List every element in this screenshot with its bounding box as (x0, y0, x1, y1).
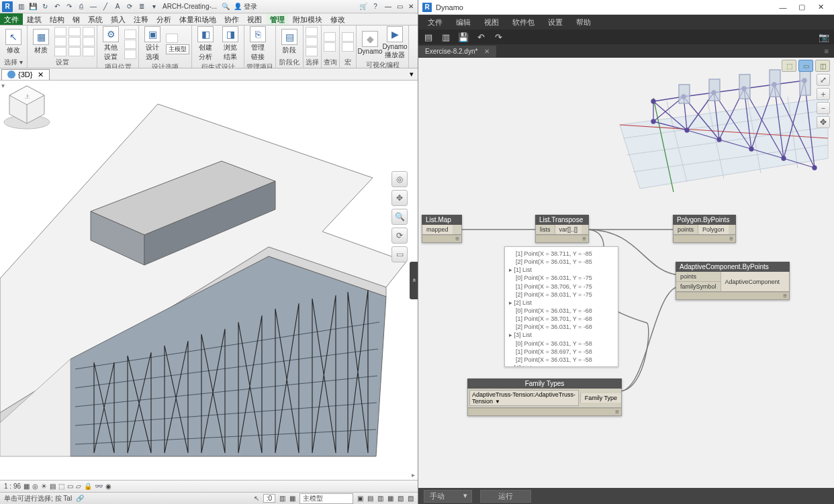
settings-sm-7[interactable] (83, 27, 95, 36)
do-sm-1[interactable] (166, 34, 178, 43)
settings-sm-2[interactable] (54, 37, 66, 46)
sb-ico-3[interactable]: ▥ (377, 495, 383, 502)
settings-sm-5[interactable] (68, 37, 81, 46)
graph-view-icon[interactable]: ▭ (798, 60, 813, 72)
steering-wheel-icon[interactable]: ◎ (391, 171, 408, 187)
tab-annotate[interactable]: 注释 (130, 13, 152, 25)
pan-icon[interactable]: ✥ (391, 190, 408, 206)
dynamo-close-button[interactable]: ✕ (811, 3, 830, 11)
port-polygon[interactable]: Polygon (698, 225, 729, 234)
phases-button[interactable]: ▤阶段 (278, 29, 301, 55)
open-icon[interactable]: ▥ (15, 1, 26, 12)
browse-results-button[interactable]: ◨浏览 结果 (219, 26, 242, 62)
login-label[interactable]: 登录 (244, 2, 257, 11)
vp-menu-icon[interactable]: ▾ (1, 82, 5, 89)
dynamo-button[interactable]: ◆Dynamo (359, 31, 381, 55)
save-icon[interactable]: 💾 (28, 1, 38, 12)
tab-arch[interactable]: 建筑 (23, 13, 46, 25)
sun-icon[interactable]: ☀ (41, 483, 47, 490)
sb-ico-1[interactable]: ▣ (357, 495, 363, 502)
measure-icon[interactable]: — (88, 1, 99, 12)
tab-insert[interactable]: 插入 (107, 13, 130, 25)
other-settings-button[interactable]: ⚙其他 设置 (99, 26, 122, 62)
port-lists[interactable]: lists (536, 225, 555, 234)
design-options-button[interactable]: ▣设计 选项 (141, 26, 164, 62)
sel-cursor-icon[interactable]: ↖ (254, 495, 259, 502)
help-icon[interactable]: ? (370, 1, 381, 12)
loc-sm-3[interactable] (124, 50, 136, 59)
render-icon[interactable]: ⬚ (58, 483, 64, 490)
detail-icon[interactable]: ▦ (24, 483, 30, 490)
redo-icon[interactable]: ↷ (64, 1, 75, 12)
dynamo-minimize-button[interactable]: — (774, 3, 792, 11)
tab-view[interactable]: 视图 (243, 13, 266, 25)
sb-ico-6[interactable]: ▨ (408, 495, 414, 502)
print-icon[interactable]: ⎙ (76, 1, 87, 12)
close-button[interactable]: ✕ (406, 3, 416, 10)
port-ac-familysymbol[interactable]: familySymbol (676, 282, 721, 291)
crop-icon[interactable]: ▭ (67, 483, 73, 490)
family-type-dropdown[interactable]: AdaptiveTruss-Tension:AdaptiveTruss-Tens… (469, 390, 579, 406)
close-file-tab-icon[interactable]: ✕ (484, 48, 490, 55)
dynamo-canvas[interactable]: ⬚ ▭ ◫ ⤢ ＋ － ✥ List.Map mapped List.Trans… (418, 58, 834, 488)
filter-1-icon[interactable]: ▥ (279, 495, 285, 502)
align-icon[interactable]: ╱ (100, 1, 111, 12)
create-analysis-button[interactable]: ◧创建 分析 (194, 26, 217, 62)
tab-modify[interactable]: 修改 (326, 13, 349, 25)
camera-icon[interactable]: 📷 (818, 32, 830, 42)
settings-sm-6[interactable] (68, 47, 81, 56)
undo-dynamo-icon[interactable]: ↶ (475, 32, 487, 42)
fit-view-icon[interactable]: ⤢ (817, 74, 830, 86)
port-family-type[interactable]: Family Type (580, 393, 621, 403)
manage-links-button[interactable]: ⎘管理 链接 (246, 26, 269, 62)
menu-packages[interactable]: 软件包 (506, 15, 541, 30)
watch-node-preview[interactable]: [1] Point(X = 38.711, Y = -85 [2] Point(… (504, 246, 618, 367)
redo-dynamo-icon[interactable]: ↷ (492, 32, 504, 42)
node-polygon-bypoints[interactable]: Polygon.ByPoints points Polygon (673, 215, 736, 243)
sync-icon[interactable]: ↻ (40, 1, 50, 12)
run-button[interactable]: 运行 (480, 490, 531, 503)
file-tab-exercise[interactable]: Exercise-8.2.dyn* ✕ (418, 46, 496, 57)
tab-system[interactable]: 系统 (84, 13, 107, 25)
port-poly-points[interactable]: points (674, 225, 698, 234)
tab-analyze[interactable]: 分析 (152, 13, 175, 25)
node-list-map[interactable]: List.Map mapped (422, 215, 462, 243)
node-family-types[interactable]: Family Types AdaptiveTruss-Tension:Adapt… (467, 379, 622, 416)
sb-ico-5[interactable]: ▧ (398, 495, 404, 502)
viewcube[interactable]: 上 (0, 81, 54, 134)
port-var[interactable]: var[]..[] (555, 225, 582, 234)
zoom-in-icon[interactable]: ＋ (817, 88, 830, 100)
reveal-icon[interactable]: ◉ (105, 483, 111, 490)
menu-file[interactable]: 文件 (421, 15, 449, 30)
q-sm-1[interactable] (324, 32, 336, 42)
undo-icon[interactable]: ↶ (52, 1, 62, 12)
menu-view[interactable]: 视图 (477, 15, 506, 30)
menu-help[interactable]: 帮助 (569, 15, 598, 30)
new-file-icon[interactable]: ▤ (422, 32, 434, 42)
geometry-view-icon[interactable]: ⬚ (782, 60, 796, 72)
section-icon[interactable]: ≣ (136, 1, 147, 12)
settings-sm-8[interactable] (83, 37, 95, 46)
dropdown-icon[interactable]: ▾ (148, 1, 159, 12)
node-adaptive-component[interactable]: AdaptiveComponent.ByPoints points family… (676, 262, 790, 300)
loc-sm-2[interactable] (124, 40, 136, 49)
materials-button[interactable]: ▦材质 (30, 29, 52, 55)
orbit-icon[interactable]: ⟳ (391, 228, 408, 244)
vp-corner-icon[interactable]: ▸ (412, 471, 415, 478)
scale-label[interactable]: 1 : 96 (4, 483, 21, 490)
filter-2-icon[interactable]: ▦ (289, 495, 295, 502)
visual-style-icon[interactable]: ◎ (32, 483, 38, 490)
revit-3d-viewport[interactable]: 上 ◎ ✥ 🔍 ⟳ ▭ « ▾ ▸ (0, 81, 418, 480)
text-icon[interactable]: A (112, 1, 123, 12)
port-adaptive-component[interactable]: AdaptiveComponent (721, 272, 789, 291)
restore-button[interactable]: ▭ (395, 3, 404, 10)
port-ac-points[interactable]: points (676, 272, 721, 282)
zoom-out-icon[interactable]: － (817, 102, 830, 114)
m-sm-1[interactable] (342, 32, 354, 42)
temp-hide-icon[interactable]: 👓 (95, 483, 103, 490)
settings-sm-9[interactable] (83, 47, 95, 56)
settings-sm-3[interactable] (54, 47, 66, 56)
dynamo-maximize-button[interactable]: ▢ (792, 3, 811, 11)
tab-steel[interactable]: 钢 (68, 13, 84, 25)
pan-view-icon[interactable]: ✥ (817, 116, 830, 128)
